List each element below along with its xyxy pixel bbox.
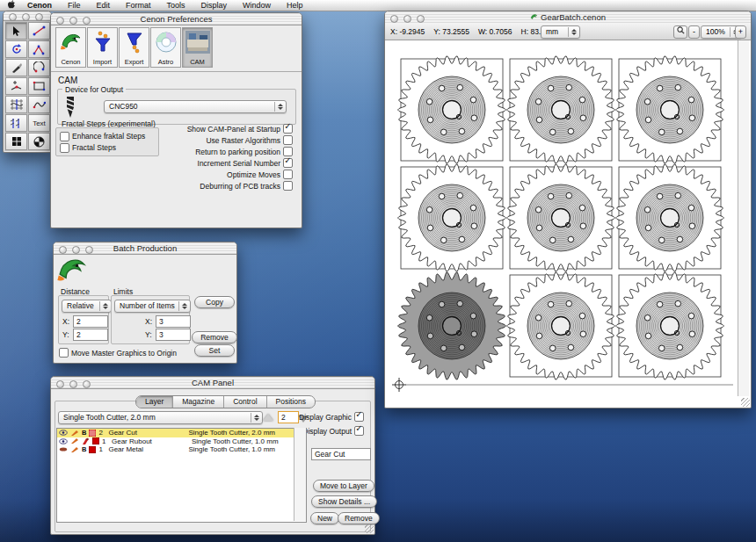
batch-flag-icon[interactable]: B (82, 445, 86, 453)
tool-arc[interactable] (28, 59, 50, 76)
pref-tab-cenon[interactable]: Cenon (55, 27, 86, 68)
pref-tab-import[interactable]: Import (87, 27, 118, 68)
window-close-button[interactable] (390, 15, 398, 23)
limits-x-field[interactable]: 3 (156, 315, 191, 328)
stepper-up-button[interactable] (263, 414, 273, 421)
window-zoom-button[interactable] (417, 15, 425, 23)
visibility-eye-closed-icon[interactable] (59, 446, 68, 452)
checkbox[interactable] (59, 348, 69, 358)
tool-output-icon[interactable] (70, 446, 79, 453)
zoom-in-button[interactable]: + (735, 25, 746, 39)
limits-mode-popup[interactable]: Number of Items (114, 300, 191, 313)
batch-flag-icon[interactable]: B (82, 429, 86, 437)
tab-positions[interactable]: Positions (267, 396, 316, 408)
tool-knife[interactable] (5, 59, 27, 76)
menu-item-format[interactable]: Format (118, 0, 159, 11)
device-popup[interactable]: CNC950 (104, 100, 287, 113)
tool-output-icon[interactable] (70, 430, 79, 437)
tool-sphere[interactable] (28, 133, 50, 150)
tool-rotate[interactable] (5, 40, 27, 58)
window-close-button[interactable] (56, 17, 64, 25)
new-button[interactable]: New (310, 512, 339, 524)
set-button[interactable]: Set (194, 344, 235, 357)
tool-curve[interactable] (28, 96, 50, 113)
checkbox[interactable] (283, 124, 293, 134)
tool-grid-blocks[interactable] (5, 133, 27, 150)
window-minimize-button[interactable] (22, 13, 30, 21)
menu-item-display[interactable]: Display (193, 0, 236, 11)
rubout-flag-icon[interactable] (82, 437, 90, 445)
layer-list-scrollbar[interactable] (294, 428, 306, 521)
checkbox[interactable] (354, 412, 364, 422)
menu-item-edit[interactable]: Edit (89, 0, 119, 11)
pref-tab-export[interactable]: Export (119, 27, 149, 68)
tool-palette-titlebar[interactable] (4, 11, 51, 21)
remove-button[interactable]: Remove (338, 512, 380, 524)
tab-layer[interactable]: Layer (136, 396, 173, 408)
pref-tab-astro[interactable]: Astro (150, 27, 181, 68)
layer-row[interactable]: B 2 Gear Cut Single Tooth Cutter, 2.0 mm (57, 429, 306, 437)
checkbox[interactable] (283, 135, 293, 145)
checkbox[interactable] (283, 170, 293, 179)
zoom-out-button[interactable]: - (688, 25, 700, 39)
copy-button[interactable]: Copy (194, 296, 235, 308)
document-canvas[interactable] (385, 40, 751, 408)
preferences-titlebar[interactable]: Cenon Preferences (51, 13, 302, 25)
document-titlebar[interactable]: GearBatch.cenon (385, 11, 751, 24)
visibility-eye-icon[interactable] (59, 438, 68, 444)
tool-line[interactable] (28, 22, 50, 40)
tool-measure[interactable] (5, 114, 27, 132)
cutter-popup[interactable]: Single Tooth Cutter, 2.0 mm (58, 411, 263, 424)
window-close-button[interactable] (56, 380, 64, 388)
layer-list[interactable]: B 2 Gear Cut Single Tooth Cutter, 2.0 mm… (56, 428, 307, 523)
pref-tab-cam[interactable]: CAM (182, 27, 213, 68)
fill-solid-icon[interactable] (92, 437, 99, 444)
window-minimize-button[interactable] (69, 17, 77, 25)
window-close-button[interactable] (9, 13, 17, 21)
tool-rectangle[interactable] (28, 77, 50, 95)
remove-button[interactable]: Remove (192, 331, 237, 343)
tab-control[interactable]: Control (224, 396, 266, 408)
window-zoom-button[interactable] (83, 17, 91, 25)
move-to-layer-button[interactable]: Move to Layer (313, 480, 374, 492)
window-zoom-button[interactable] (35, 13, 43, 21)
checkbox[interactable] (283, 181, 293, 191)
magnifier-button[interactable] (673, 25, 687, 39)
resize-grip[interactable] (365, 524, 374, 533)
resize-grip[interactable] (741, 398, 750, 407)
window-minimize-button[interactable] (69, 380, 77, 388)
window-minimize-button[interactable] (72, 246, 80, 254)
tool-text[interactable]: Text (28, 114, 50, 132)
visibility-eye-icon[interactable] (59, 430, 68, 436)
distance-x-field[interactable]: 2 (73, 315, 108, 328)
distance-mode-popup[interactable]: Relative (62, 300, 112, 313)
menu-item-window[interactable]: Window (235, 0, 279, 11)
unit-popup[interactable]: mm (541, 25, 580, 39)
window-close-button[interactable] (59, 246, 67, 254)
stepper-value-field[interactable]: 2 (278, 411, 299, 423)
document-vscrollbar[interactable] (738, 40, 749, 396)
checkbox[interactable] (283, 158, 293, 168)
distance-y-field[interactable]: 2 (73, 329, 108, 341)
limits-y-field[interactable]: 3 (156, 329, 191, 341)
batch-titlebar[interactable]: Batch Production (54, 242, 236, 255)
window-zoom-button[interactable] (85, 246, 93, 254)
fill-solid-icon[interactable] (89, 446, 96, 453)
tool-web-distort[interactable] (5, 96, 27, 113)
menu-item-app[interactable]: Cenon (19, 0, 60, 11)
tab-magazine[interactable]: Magazine (173, 396, 224, 408)
tool-polyline[interactable] (28, 40, 50, 58)
menu-item-help[interactable]: Help (279, 0, 311, 11)
checkbox[interactable] (60, 143, 69, 153)
window-zoom-button[interactable] (83, 380, 91, 388)
fill-hatch-icon[interactable] (89, 430, 96, 437)
show-details-button[interactable]: Show Details ... (311, 495, 377, 508)
layer-name-field[interactable]: Gear Cut (311, 448, 371, 460)
layer-row[interactable]: B 1 Gear Metal Single Tooth Cutter, 1.0 … (57, 445, 306, 454)
checkbox[interactable] (354, 426, 364, 436)
cam-panel-titlebar[interactable]: CAM Panel (51, 377, 374, 389)
tool-output-icon[interactable] (70, 437, 79, 444)
window-minimize-button[interactable] (403, 15, 411, 23)
tool-select-arrow[interactable] (5, 22, 27, 40)
menu-item-tools[interactable]: Tools (159, 0, 193, 11)
